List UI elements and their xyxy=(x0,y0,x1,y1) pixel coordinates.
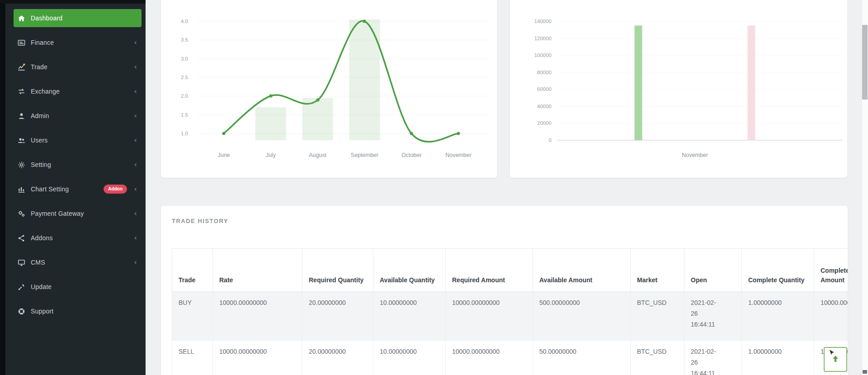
sidebar-item-label: Chart Setting xyxy=(31,185,69,193)
sidebar-item-label: Payment Gateway xyxy=(31,210,84,217)
svg-text:80000: 80000 xyxy=(537,70,552,75)
addon-badge: Addon xyxy=(104,185,127,194)
table-cell: 2021-02-26 16:44:11 xyxy=(684,292,742,341)
open-datetime: 2021-02-26 16:44:11 xyxy=(691,298,721,330)
cms-icon xyxy=(17,258,26,267)
table-cell: 10000.00000000 xyxy=(446,292,533,341)
chevron-left-icon: ‹ xyxy=(132,259,137,266)
addons-icon xyxy=(17,233,26,242)
table-cell: 10000.00000000 xyxy=(814,292,848,341)
monthly-volume-bar-chart: 020000400006000080000100000120000140000N… xyxy=(510,0,847,178)
column-header-complete-amount: Complete Amount xyxy=(814,249,848,292)
sidebar-top-band xyxy=(0,0,146,4)
sidebar-item-exchange[interactable]: Exchange‹ xyxy=(14,82,142,100)
svg-text:3.0: 3.0 xyxy=(181,56,188,62)
trade-row-sell: SELL10000.0000000020.0000000010.00000000… xyxy=(172,341,848,375)
trade-history-table-body: BUY10000.0000000020.0000000010.000000001… xyxy=(172,292,848,375)
svg-text:1.0: 1.0 xyxy=(181,131,188,136)
trade-history-table: TradeRateRequired QuantityAvailable Quan… xyxy=(172,248,848,375)
scroll-to-top-button[interactable] xyxy=(824,347,847,372)
sidebar-item-users[interactable]: Users‹ xyxy=(14,131,142,149)
svg-text:August: August xyxy=(309,152,326,158)
table-cell: 50.00000000 xyxy=(533,341,631,375)
chevron-left-icon: ‹ xyxy=(132,137,137,144)
chart-setting-icon xyxy=(17,185,26,194)
trade-history-card: TRADE HISTORY TradeRateRequired Quantity… xyxy=(161,206,848,375)
monthly-trade-chart-card: 1.01.52.02.53.03.54.0JuneJulyAugustSepte… xyxy=(161,0,497,178)
svg-text:June: June xyxy=(217,152,230,158)
table-cell: BUY xyxy=(172,292,213,341)
sidebar-item-label: Admin xyxy=(31,112,49,119)
svg-text:July: July xyxy=(266,152,276,158)
sidebar-item-label: Support xyxy=(31,308,53,315)
column-header-available-amount: Available Amount xyxy=(533,249,631,292)
chevron-left-icon: ‹ xyxy=(132,234,137,242)
svg-text:4.0: 4.0 xyxy=(181,19,188,24)
chevron-left-icon: ‹ xyxy=(132,39,137,46)
sidebar-item-admin[interactable]: Admin‹ xyxy=(14,107,142,125)
svg-text:100000: 100000 xyxy=(534,52,552,58)
svg-text:40000: 40000 xyxy=(537,104,552,109)
monthly-trade-line-chart: 1.01.52.02.53.03.54.0JuneJulyAugustSepte… xyxy=(161,0,497,178)
table-cell: 10000.00000000 xyxy=(213,341,302,375)
chevron-left-icon: ‹ xyxy=(132,63,137,71)
sidebar-item-label: Users xyxy=(31,137,48,144)
column-header-market: Market xyxy=(631,249,684,292)
table-cell: 500.00000000 xyxy=(533,292,631,341)
svg-text:0: 0 xyxy=(549,138,552,143)
table-cell: 1.00000000 xyxy=(742,292,814,341)
chevron-left-icon: ‹ xyxy=(132,88,137,95)
sidebar-item-update[interactable]: Update xyxy=(14,278,142,296)
table-cell: 10.00000000 xyxy=(373,292,446,341)
svg-text:2.0: 2.0 xyxy=(181,93,188,99)
window-left-edge xyxy=(0,0,5,375)
home-icon xyxy=(17,14,26,23)
sidebar-item-trade[interactable]: Trade‹ xyxy=(14,58,142,76)
svg-text:2.5: 2.5 xyxy=(181,75,188,80)
admin-icon xyxy=(17,111,26,120)
column-header-required-amount: Required Amount xyxy=(446,249,533,292)
column-header-available-quantity: Available Quantity xyxy=(373,249,446,292)
sidebar-item-finance[interactable]: Finance‹ xyxy=(14,33,142,52)
table-cell: 1.00000000 xyxy=(742,341,814,375)
vertical-scrollbar-thumb[interactable] xyxy=(862,25,868,100)
sidebar-item-label: Setting xyxy=(31,161,51,168)
svg-text:3.5: 3.5 xyxy=(181,37,188,43)
chevron-left-icon: ‹ xyxy=(132,210,137,217)
svg-text:140000: 140000 xyxy=(534,19,552,24)
table-cell: 20.00000000 xyxy=(302,341,373,375)
exchange-icon xyxy=(17,87,26,96)
main-content: 1.01.52.02.53.03.54.0JuneJulyAugustSepte… xyxy=(146,0,868,375)
arrow-up-icon xyxy=(830,353,840,366)
sidebar-item-label: Trade xyxy=(31,63,47,71)
sidebar-item-dashboard[interactable]: Dashboard xyxy=(14,9,142,27)
table-cell: 10.00000000 xyxy=(373,341,446,375)
column-header-complete-quantity: Complete Quantity xyxy=(742,249,814,292)
svg-text:1.5: 1.5 xyxy=(181,112,188,118)
table-header-row: TradeRateRequired QuantityAvailable Quan… xyxy=(172,249,848,292)
sidebar-item-chart-setting[interactable]: Chart SettingAddon‹ xyxy=(14,180,142,198)
svg-text:October: October xyxy=(401,152,421,158)
sidebar-item-setting[interactable]: Setting‹ xyxy=(14,156,142,174)
update-icon xyxy=(17,282,26,291)
column-header-rate: Rate xyxy=(213,249,302,292)
sidebar-item-support[interactable]: Support xyxy=(14,302,142,320)
finance-icon xyxy=(17,38,26,47)
column-header-open: Open xyxy=(684,249,742,292)
monthly-volume-chart-card: 020000400006000080000100000120000140000N… xyxy=(510,0,847,178)
sidebar-item-payment-gateway[interactable]: Payment Gateway‹ xyxy=(14,204,142,223)
sidebar-item-label: Dashboard xyxy=(31,14,62,22)
sidebar-item-label: Exchange xyxy=(31,88,60,95)
setting-icon xyxy=(17,160,26,169)
sidebar-item-label: Finance xyxy=(31,39,54,46)
sidebar-item-cms[interactable]: CMS‹ xyxy=(14,253,142,271)
svg-text:60000: 60000 xyxy=(537,86,552,92)
svg-text:120000: 120000 xyxy=(534,36,552,41)
support-icon xyxy=(17,307,26,316)
table-cell: 10000.00000000 xyxy=(446,341,533,375)
sidebar-item-addons[interactable]: Addons‹ xyxy=(14,229,142,247)
trade-icon xyxy=(17,62,26,71)
trade-row-buy: BUY10000.0000000020.0000000010.000000001… xyxy=(172,292,848,341)
table-cell: BTC_USD xyxy=(631,292,684,341)
table-cell: 2021-02-26 16:44:11 xyxy=(684,341,742,375)
